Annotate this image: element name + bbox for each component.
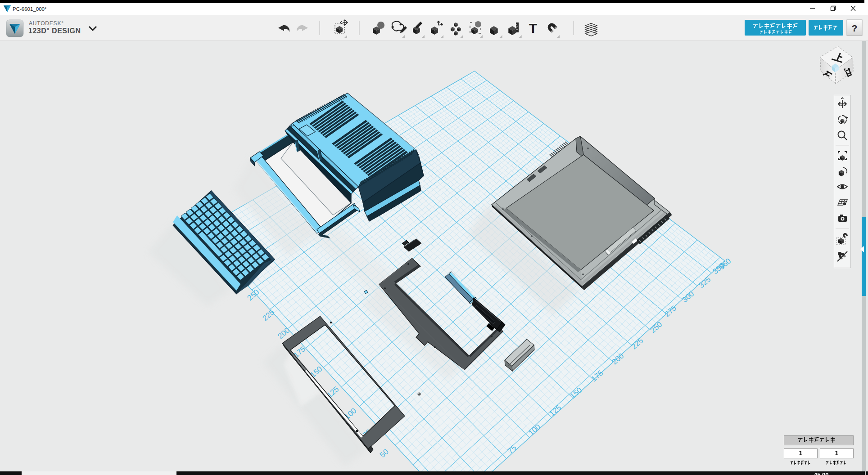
svg-text:?: ? bbox=[852, 23, 858, 33]
